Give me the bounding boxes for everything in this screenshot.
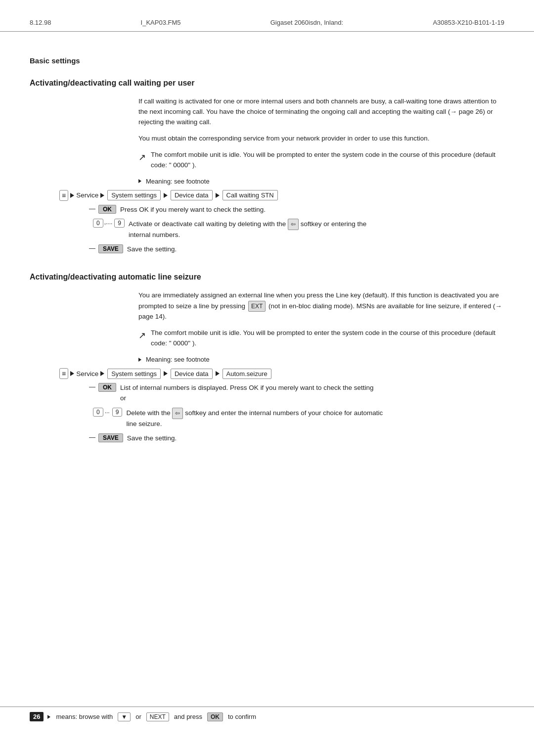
section1-description2: You must obtain the corresponding servic… — [138, 134, 504, 144]
arrow-icon-1 — [138, 179, 143, 183]
section2-title: Activating/deactivating automatic line s… — [30, 273, 201, 281]
nav-arrow-2d — [216, 371, 220, 376]
footer-arrow — [47, 715, 52, 719]
menu-icon-2: ≡ — [59, 368, 68, 379]
footer-text: means: browse with — [56, 713, 113, 720]
section1-note: ↗ The comfort mobile unit is idle. You w… — [138, 150, 504, 171]
section2-nav-device-data: Device data — [171, 369, 213, 379]
section2-09-text: Delete with the ⇦ softkey and enter the … — [126, 408, 383, 429]
section1-nav-service: Service — [76, 191, 98, 199]
key-9-2: 9 — [112, 408, 123, 417]
menu-icon-1: ≡ — [59, 190, 68, 201]
phone-icon-2: ↗ — [138, 329, 146, 343]
nav-arrow-1b — [100, 193, 104, 198]
section2-action-09: 0 ... 9 Delete with the ⇦ softkey and en… — [89, 408, 504, 429]
section2-nav-system-settings: System settings — [107, 369, 161, 379]
footer-or: or — [135, 713, 141, 720]
section1-nav-system-settings: System settings — [107, 190, 161, 200]
section2-action-save: — SAVE Save the setting. — [89, 433, 504, 444]
nav-arrow-1d — [216, 193, 220, 198]
section1-nav-row: ≡ Service System settings Device data Ca… — [59, 190, 504, 201]
page: 8.12.98 I_KAP03.FM5 Gigaset 2060isdn, In… — [0, 0, 534, 756]
section1-action-ok: — OK Press OK if you merely want to chec… — [89, 205, 504, 215]
footer-ok: OK — [207, 712, 223, 721]
header-left: 8.12.98 — [30, 19, 51, 26]
section1-ok-text: Press OK if you merely want to check the… — [120, 205, 266, 215]
header-code: A30853-X210-B101-1-19 — [433, 19, 504, 26]
phone-icon: ↗ — [138, 151, 146, 165]
header-file: I_KAP03.FM5 — [141, 19, 181, 26]
section2-save-text: Save the setting. — [127, 433, 177, 444]
backspace-icon-1: ⇦ — [288, 219, 299, 230]
nav-arrow-1c — [164, 193, 168, 198]
ok-button-1[interactable]: OK — [98, 205, 116, 214]
ok-button-2[interactable]: OK — [98, 383, 116, 392]
key-0-2: 0 — [93, 408, 103, 417]
save-button-1[interactable]: SAVE — [98, 244, 123, 253]
backspace-icon-2: ⇦ — [172, 408, 183, 419]
section2-action-ok: — OK List of internal numbers is display… — [89, 383, 504, 404]
section1-title: Activating/deactivating call waiting per… — [30, 79, 194, 87]
line-icon-save: — — [89, 244, 95, 252]
footer: 26 means: browse with ▼ or NEXT and pres… — [0, 707, 534, 726]
line-icon-save2: — — [89, 433, 95, 441]
section2-note: ↗ The comfort mobile unit is idle. You w… — [138, 328, 504, 349]
content: Basic settings Activating/deactivating c… — [0, 32, 534, 443]
section1-action-09: 0 ,.... 9 Activate or deactivate call wa… — [89, 219, 504, 240]
key-0-1: 0 — [93, 219, 103, 228]
nav-arrow-2c — [164, 371, 168, 376]
nav-arrow-2a — [70, 371, 74, 376]
section1-nav-device-data: Device data — [171, 190, 213, 200]
section2-nav-row: ≡ Service System settings Device data Au… — [59, 368, 504, 379]
comma-dots: ,.... — [104, 219, 113, 226]
section2-ok-text: List of internal numbers is displayed. P… — [120, 383, 377, 404]
next-key: NEXT — [146, 712, 169, 721]
section2-meaning-footnote: Meaning: see footnote — [138, 356, 504, 363]
section2-nav-autom-seizure: Autom.seizure — [222, 369, 271, 379]
section2-nav-service: Service — [76, 370, 98, 378]
header-date: 8.12.98 — [30, 19, 51, 26]
save-button-2[interactable]: SAVE — [98, 433, 123, 442]
section1-save-text: Save the setting. — [127, 244, 177, 255]
ext-box: EXT — [248, 301, 266, 312]
nav-arrow-2b — [100, 371, 104, 376]
section1-nav-call-waiting: Call waiting STN — [222, 190, 278, 200]
header-product: Gigaset 2060isdn, Inland: — [270, 19, 343, 26]
line-icon-ok: — — [89, 205, 95, 212]
arrow-icon-2 — [138, 358, 143, 362]
down-key: ▼ — [118, 712, 131, 721]
header: 8.12.98 I_KAP03.FM5 Gigaset 2060isdn, In… — [0, 0, 534, 32]
page-title: Basic settings — [30, 56, 80, 65]
footer-and-press: and press — [174, 713, 202, 720]
section1-meaning-footnote: Meaning: see footnote — [138, 178, 504, 185]
page-number: 26 — [30, 712, 44, 721]
footer-to-confirm: to confirm — [228, 713, 256, 720]
nav-arrow-1a — [70, 193, 74, 198]
key-9-1: 9 — [114, 219, 125, 228]
section1-description1: If call waiting is activated for one or … — [138, 96, 504, 128]
section1-09-text: Activate or deactivate call waiting by d… — [129, 219, 386, 240]
section1-action-save: — SAVE Save the setting. — [89, 244, 504, 255]
ellipsis-2: ... — [105, 408, 110, 415]
line-icon-ok2: — — [89, 383, 95, 390]
section2-description1: You are immediately assigned an external… — [138, 290, 504, 322]
